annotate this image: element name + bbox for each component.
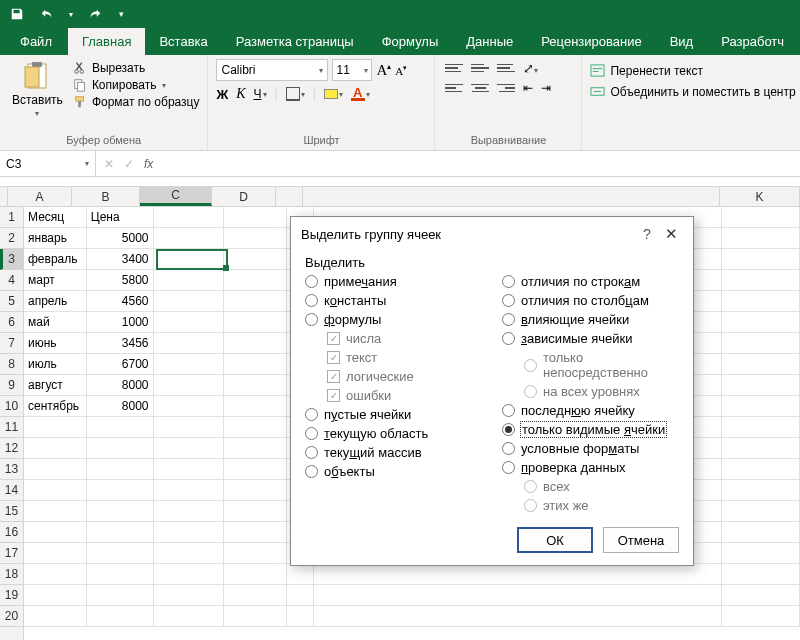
cell[interactable] (87, 480, 154, 501)
border-button[interactable]: ▾ (286, 87, 305, 101)
cell[interactable] (722, 480, 800, 501)
cell[interactable] (722, 270, 800, 291)
cell[interactable] (224, 522, 287, 543)
cell[interactable]: июль (24, 354, 87, 375)
row-header-14[interactable]: 14 (0, 480, 23, 501)
cell[interactable] (154, 522, 225, 543)
shrink-font-icon[interactable]: A▾ (395, 64, 407, 77)
cell[interactable] (722, 333, 800, 354)
tab-review[interactable]: Рецензирование (527, 28, 655, 55)
cell[interactable] (224, 333, 287, 354)
wrap-text-button[interactable]: Перенести текст (590, 63, 800, 78)
cell[interactable] (154, 312, 225, 333)
tab-formulas[interactable]: Формулы (368, 28, 453, 55)
cell[interactable] (287, 606, 314, 627)
cell[interactable]: март (24, 270, 87, 291)
col-header-e[interactable] (276, 187, 303, 206)
cell[interactable] (87, 543, 154, 564)
col-header-c[interactable]: C (140, 187, 212, 206)
radio-dependents[interactable]: зависимые ячейки (502, 331, 679, 346)
cell[interactable] (224, 291, 287, 312)
cut-button[interactable]: Вырезать (73, 61, 200, 75)
cell[interactable] (722, 543, 800, 564)
cell[interactable] (722, 438, 800, 459)
row-header-12[interactable]: 12 (0, 438, 23, 459)
cell[interactable] (154, 375, 225, 396)
cell[interactable] (287, 564, 314, 585)
align-top-icon[interactable] (445, 61, 463, 75)
cell[interactable] (24, 480, 87, 501)
cell[interactable] (154, 228, 225, 249)
save-icon[interactable] (6, 3, 28, 25)
radio-constants[interactable]: константы (305, 293, 482, 308)
col-header-b[interactable]: B (72, 187, 140, 206)
font-size-combo[interactable]: 11▾ (332, 59, 372, 81)
cell[interactable]: 8000 (87, 396, 154, 417)
radio-visible-only[interactable]: только видимые ячейки (502, 422, 679, 437)
cell[interactable] (224, 312, 287, 333)
cell[interactable] (722, 501, 800, 522)
radio-data-validation[interactable]: проверка данных (502, 460, 679, 475)
dialog-help-icon[interactable]: ? (635, 226, 659, 242)
font-name-combo[interactable]: Calibri▾ (216, 59, 328, 81)
row-header-18[interactable]: 18 (0, 564, 23, 585)
cell[interactable] (722, 417, 800, 438)
cancel-formula-icon[interactable]: ✕ (104, 157, 114, 171)
paste-button[interactable]: Вставить ▾ (8, 59, 67, 132)
cell[interactable] (224, 417, 287, 438)
cell[interactable] (224, 270, 287, 291)
radio-precedents[interactable]: влияющие ячейки (502, 312, 679, 327)
tab-insert[interactable]: Вставка (145, 28, 221, 55)
cell[interactable] (224, 564, 287, 585)
cell[interactable]: 4560 (87, 291, 154, 312)
cell[interactable] (154, 438, 225, 459)
align-center-icon[interactable] (471, 81, 489, 95)
grow-font-icon[interactable]: A▴ (376, 62, 391, 79)
row-header-1[interactable]: 1 (0, 207, 23, 228)
cell[interactable]: 3400 (87, 249, 154, 270)
cell[interactable] (224, 606, 287, 627)
bold-button[interactable]: Ж (216, 87, 228, 102)
cell[interactable]: январь (24, 228, 87, 249)
row-header-4[interactable]: 4 (0, 270, 23, 291)
italic-button[interactable]: К (236, 86, 245, 102)
select-all-corner[interactable] (0, 187, 8, 207)
cell[interactable] (24, 564, 87, 585)
cell[interactable] (24, 543, 87, 564)
cell[interactable] (24, 459, 87, 480)
cell[interactable] (24, 501, 87, 522)
cell[interactable] (722, 459, 800, 480)
align-middle-icon[interactable] (471, 61, 489, 75)
row-header-9[interactable]: 9 (0, 375, 23, 396)
cell[interactable] (722, 375, 800, 396)
cell[interactable] (224, 501, 287, 522)
cell[interactable] (87, 417, 154, 438)
radio-formulas[interactable]: формулы (305, 312, 482, 327)
radio-blanks[interactable]: пустые ячейки (305, 407, 482, 422)
cell[interactable] (87, 459, 154, 480)
tab-data[interactable]: Данные (452, 28, 527, 55)
cell[interactable] (224, 375, 287, 396)
row-header-3[interactable]: 3 (0, 249, 23, 270)
cell[interactable] (722, 564, 800, 585)
fx-icon[interactable]: fx (144, 157, 153, 171)
dialog-close-icon[interactable]: ✕ (659, 225, 683, 243)
increase-indent-icon[interactable]: ⇥ (541, 81, 551, 95)
cell[interactable] (154, 501, 225, 522)
tab-file[interactable]: Файл (4, 28, 68, 55)
font-color-button[interactable]: A▾ (351, 88, 370, 101)
cell[interactable] (224, 438, 287, 459)
row-header-7[interactable]: 7 (0, 333, 23, 354)
row-header-2[interactable]: 2 (0, 228, 23, 249)
format-painter-button[interactable]: Формат по образцу (73, 95, 200, 109)
radio-current-array[interactable]: текущий массив (305, 445, 482, 460)
cell[interactable] (722, 249, 800, 270)
cell[interactable] (87, 606, 154, 627)
cell[interactable] (154, 249, 225, 270)
qat-customize-icon[interactable]: ▾ (114, 3, 128, 25)
cell[interactable]: 1000 (87, 312, 154, 333)
row-header-13[interactable]: 13 (0, 459, 23, 480)
cell[interactable] (224, 249, 287, 270)
cell[interactable]: Месяц (24, 207, 87, 228)
tab-developer[interactable]: Разработч (707, 28, 798, 55)
